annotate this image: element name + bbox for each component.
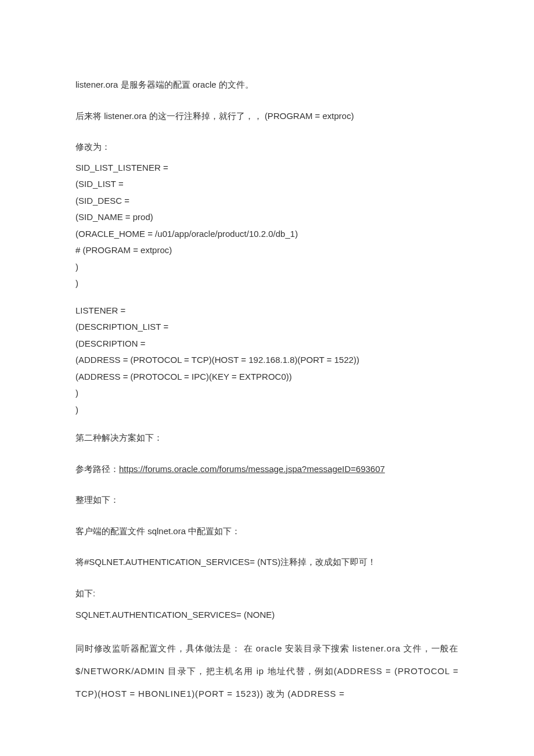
code-line: ) [75, 275, 459, 292]
paragraph: 整理如下： [75, 491, 459, 509]
code-line: (ADDRESS = (PROTOCOL = IPC)(KEY = EXTPRO… [75, 369, 459, 386]
code-line: ) [75, 385, 459, 402]
code-line: (SID_NAME = prod) [75, 209, 459, 226]
code-line: ) [75, 259, 459, 276]
reference-link[interactable]: https://forums.oracle.com/forums/message… [119, 464, 385, 474]
paragraph: listener.ora 是服务器端的配置 oracle 的文件。 [75, 75, 459, 94]
code-line: SID_LIST_LISTENER = [75, 160, 459, 177]
paragraph: 后来将 listener.ora 的这一行注释掉，就行了，， (PROGRAM … [75, 107, 459, 125]
document-page: listener.ora 是服务器端的配置 oracle 的文件。 后来将 li… [0, 0, 534, 756]
paragraph-reference: 参考路径：https://forums.oracle.com/forums/me… [75, 460, 459, 478]
paragraph: 如下: [75, 584, 459, 603]
code-line: LISTENER = [75, 303, 459, 319]
paragraph: 修改为： [75, 138, 459, 156]
code-line: (ORACLE_HOME = /u01/app/oracle/product/1… [75, 226, 459, 243]
code-block-listener: LISTENER = (DESCRIPTION_LIST = (DESCRIPT… [75, 303, 459, 419]
paragraph: 将#SQLNET.AUTHENTICATION_SERVICES= (NTS)注… [75, 553, 459, 571]
reference-label: 参考路径： [75, 464, 119, 474]
code-line: SQLNET.AUTHENTICATION_SERVICES= (NONE) [75, 606, 459, 624]
code-line: # (PROGRAM = extproc) [75, 242, 459, 259]
code-line: (SID_DESC = [75, 193, 459, 210]
code-line: (DESCRIPTION_LIST = [75, 319, 459, 336]
code-line: (SID_LIST = [75, 176, 459, 193]
code-block-sid-list: SID_LIST_LISTENER = (SID_LIST = (SID_DES… [75, 160, 459, 292]
code-line: (ADDRESS = (PROTOCOL = TCP)(HOST = 192.1… [75, 352, 459, 369]
paragraph: 客户端的配置文件 sqlnet.ora 中配置如下： [75, 522, 459, 541]
code-line: ) [75, 402, 459, 419]
code-line: (DESCRIPTION = [75, 336, 459, 352]
paragraph: 同时修改监听器配置文件，具体做法是： 在 oracle 安装目录下搜索 list… [75, 637, 459, 705]
paragraph: 第二种解决方案如下： [75, 429, 459, 447]
